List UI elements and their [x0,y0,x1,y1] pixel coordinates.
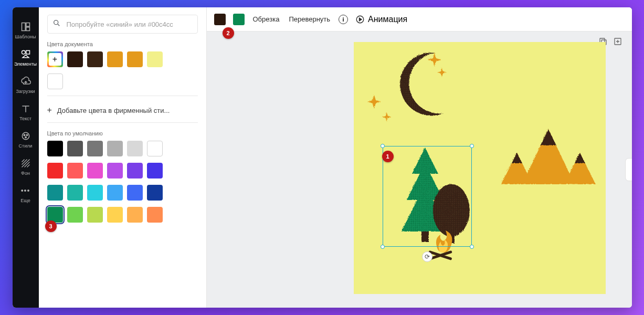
default-swatch[interactable] [47,185,63,201]
default-swatch[interactable] [107,163,123,178]
default-swatch[interactable] [67,163,83,178]
color-chip-1[interactable] [214,14,226,25]
svg-point-8 [25,136,26,138]
default-swatch[interactable] [47,163,63,178]
nav-label: Стили [19,143,33,149]
nav-text[interactable]: Текст [13,99,39,126]
doc-swatch[interactable] [147,51,163,67]
nav-background[interactable]: Фон [13,153,39,181]
default-swatch[interactable] [127,185,143,201]
doc-swatch[interactable] [87,51,103,67]
default-swatch[interactable] [47,141,63,156]
background-icon [20,158,31,169]
nav-elements[interactable]: Элементы [13,44,39,71]
default-swatch[interactable] [107,207,123,223]
brand-add-label: Добавьте цвета в фирменный сти... [57,107,170,114]
nav-templates[interactable]: Шаблоны [13,17,39,44]
svg-point-5 [22,132,29,139]
default-swatch[interactable] [127,163,143,178]
divider [47,122,198,123]
main-area: Обрезка Перевернуть i Анимация 2 [207,7,632,308]
styles-icon [20,131,31,141]
doc-swatch[interactable] [127,51,143,67]
animation-icon [355,15,365,24]
default-colors-label: Цвета по умолчанию [47,130,198,136]
default-swatch[interactable] [87,207,103,223]
svg-rect-1 [26,23,29,27]
flip-button[interactable]: Перевернуть [288,13,331,25]
nav-label: Загрузки [16,89,35,94]
color-panel: Цвета документа + + Добавьте цвета в фир… [39,7,207,308]
svg-point-6 [24,134,25,136]
nav-label: Шаблоны [15,34,36,39]
color-search-input[interactable] [47,15,198,34]
text-icon [20,103,31,114]
add-page-icon[interactable] [613,37,622,46]
annotation-badge-3: 3 [45,220,57,232]
default-swatch[interactable] [87,141,103,156]
default-row-4: 3 [47,207,198,223]
canvas-viewport[interactable]: ⟳ 1 [207,32,632,308]
default-swatch[interactable] [67,185,83,201]
default-row-2 [47,163,198,178]
color-chip-2[interactable] [233,14,245,25]
nav-rail: Шаблоны Элементы Загрузки Текст Стили [13,7,39,308]
svg-point-9 [54,20,58,25]
default-row-1 [47,141,198,156]
default-swatch[interactable] [107,185,123,201]
nav-uploads[interactable]: Загрузки [13,71,39,99]
svg-rect-0 [22,23,25,31]
doc-swatch[interactable] [107,51,123,67]
element-toolbar: Обрезка Перевернуть i Анимация 2 [207,7,632,32]
add-color-button[interactable]: + [47,51,63,67]
nav-label: Текст [19,116,31,121]
doc-colors-label: Цвета документа [47,41,198,47]
default-swatch[interactable] [147,141,163,156]
app-frame: Шаблоны Элементы Загрузки Текст Стили [13,7,632,308]
default-swatch[interactable] [147,185,163,201]
default-row-3 [47,185,198,201]
default-swatch[interactable] [87,185,103,201]
canvas-artwork [354,42,606,294]
default-swatch[interactable] [127,141,143,156]
nav-styles[interactable]: Стили [13,126,39,153]
animation-button[interactable]: Анимация [355,15,407,24]
nav-label: Еще [20,198,30,203]
default-swatch[interactable] [67,141,83,156]
default-swatch[interactable] [147,163,163,178]
svg-point-3 [22,50,25,54]
svg-rect-2 [26,27,29,31]
nav-label: Элементы [14,61,37,67]
info-button[interactable]: i [339,15,348,24]
more-icon: ••• [20,185,31,196]
default-swatch[interactable] [87,163,103,178]
search-wrap [47,15,198,34]
elements-icon [20,49,31,59]
doc-colors-row: + [47,51,198,67]
doc-swatch[interactable] [67,51,83,67]
divider [47,96,198,96]
doc-swatch[interactable] [47,74,63,89]
svg-rect-4 [26,50,29,54]
next-page-handle[interactable] [625,158,632,181]
design-canvas[interactable]: ⟳ 1 [354,42,606,294]
nav-more[interactable]: ••• Еще [13,181,39,208]
default-swatch[interactable] [127,207,143,223]
nav-label: Фон [21,171,30,176]
default-swatch[interactable] [67,207,83,223]
default-swatch[interactable] [147,207,163,223]
crop-button[interactable]: Обрезка [252,13,281,25]
templates-icon [20,22,31,32]
doc-colors-row2 [47,74,198,89]
svg-point-19 [432,184,469,236]
plus-icon: + [47,106,52,115]
uploads-icon [20,76,31,87]
default-swatch[interactable] [107,141,123,156]
animation-label: Анимация [368,15,407,24]
search-icon [52,19,61,29]
svg-rect-17 [421,231,428,242]
add-brand-colors-button[interactable]: + Добавьте цвета в фирменный сти... [47,103,198,117]
annotation-badge-2: 2 [223,27,234,39]
svg-point-7 [26,134,28,136]
